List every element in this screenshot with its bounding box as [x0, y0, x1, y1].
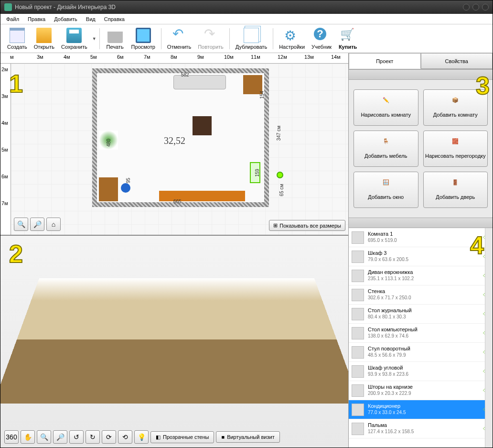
- settings-button[interactable]: Настройки: [276, 26, 308, 51]
- wall-unit-2d[interactable]: [159, 191, 245, 201]
- save-button[interactable]: Сохранить: [58, 26, 90, 51]
- home-button[interactable]: ⌂: [46, 218, 61, 231]
- menu-file[interactable]: Файл: [2, 15, 23, 23]
- list-item[interactable]: Стенка302.6 x 71.7 x 250.0👁: [349, 285, 493, 305]
- ruler-tick: 2м: [1, 66, 8, 72]
- add-door-button[interactable]: 🚪Добавить дверь: [423, 172, 488, 208]
- add-window-button[interactable]: 🪟Добавить окно: [354, 172, 418, 208]
- separator: [229, 28, 230, 49]
- object-list[interactable]: 4 Комната 1695.0 x 519.0👁Шкаф 379.0 x 63…: [349, 228, 493, 448]
- lower-button[interactable]: ⟲: [118, 430, 132, 444]
- door-icon: 🚪: [449, 179, 462, 193]
- raise-button[interactable]: ⟳: [102, 430, 116, 444]
- list-item[interactable]: Стул поворотный48.5 x 56.6 x 79.9👁: [349, 343, 493, 362]
- object-name: Кондиционер: [368, 403, 479, 410]
- right-panel: Проект Свойства 3 ✏️Нарисовать комнату 📦…: [348, 53, 493, 448]
- buy-button[interactable]: Купить: [335, 26, 360, 51]
- tilt-left-button[interactable]: ↺: [69, 430, 84, 444]
- new-button[interactable]: Создать: [4, 26, 30, 51]
- cart-icon: [340, 28, 355, 43]
- close-button[interactable]: [482, 4, 489, 11]
- dimension-label: 480: [106, 139, 111, 147]
- open-button[interactable]: Открыть: [31, 26, 57, 51]
- dimension-label: 154: [259, 91, 265, 99]
- save-dropdown-icon[interactable]: ▼: [92, 36, 96, 41]
- object-dimensions: 127.4 x 116.2 x 158.5: [368, 429, 479, 435]
- zoom-in-button[interactable]: 🔎: [30, 218, 44, 231]
- zone-label-1: 1: [9, 69, 23, 98]
- virtual-tour-button[interactable]: ■ Виртуальный визит: [216, 431, 279, 443]
- object-name: Диван еврокнижка: [368, 269, 479, 276]
- chair-2d[interactable]: [121, 183, 130, 193]
- object-thumb-icon: [352, 327, 364, 339]
- zoom-out-button[interactable]: 🔍: [14, 218, 28, 231]
- ruler-tick: 5м: [1, 147, 8, 153]
- list-item[interactable]: Пальма127.4 x 116.2 x 158.5👁: [349, 419, 493, 438]
- zoom-out-3d-button[interactable]: 🔍: [37, 430, 51, 444]
- redo-icon: [203, 28, 218, 43]
- list-item[interactable]: Диван еврокнижка235.1 x 113.1 x 102.2👁: [349, 266, 493, 285]
- object-name: Шторы на карнизе: [368, 384, 479, 391]
- dimension-label: 347 см: [276, 126, 281, 141]
- list-item[interactable]: Шторы на карнизе200.9 x 20.3 x 222.9👁: [349, 381, 493, 400]
- object-thumb-icon: [352, 404, 364, 416]
- object-thumb-icon: [352, 289, 364, 301]
- selection-handle[interactable]: [277, 172, 283, 178]
- add-box-icon: 📦: [449, 97, 462, 110]
- lighting-button[interactable]: 💡: [134, 430, 149, 444]
- list-item[interactable]: Кондиционер77.0 x 33.0 x 24.5👁: [349, 400, 493, 419]
- ruler-tick: 11м: [251, 54, 260, 60]
- list-item[interactable]: Стол компьютерный138.0 x 62.9 x 74.6👁: [349, 324, 493, 343]
- tab-project[interactable]: Проект: [349, 53, 421, 69]
- tab-properties[interactable]: Свойства: [421, 53, 493, 69]
- object-name: Комната 1: [368, 231, 479, 238]
- list-item[interactable]: Стол журнальный80.4 x 80.1 x 30.3👁: [349, 305, 493, 324]
- plan-view-2d[interactable]: 1 2м3м4м5м6м7м 32,52 582: [0, 64, 348, 236]
- dimension-label: 95: [126, 178, 131, 183]
- show-dimensions-toggle[interactable]: ⊞ Показывать все размеры: [269, 220, 345, 231]
- draw-room-button[interactable]: ✏️Нарисовать комнату: [354, 89, 418, 126]
- menu-add[interactable]: Добавить: [50, 15, 81, 23]
- draw-partition-button[interactable]: 🧱Нарисовать перегородку: [423, 131, 488, 167]
- pan-button[interactable]: ✋: [21, 430, 35, 444]
- duplicate-button[interactable]: Дублировать: [233, 26, 270, 51]
- object-dimensions: 695.0 x 519.0: [368, 238, 479, 244]
- object-name: Стул поворотный: [368, 346, 479, 352]
- monitor-icon: [136, 28, 151, 43]
- list-item[interactable]: Шкаф угловой93.9 x 93.8 x 223.6👁: [349, 362, 493, 381]
- rotate-360-button[interactable]: 360: [4, 430, 19, 444]
- walls-icon: ◧: [156, 434, 161, 440]
- dimensions-icon: ⊞: [273, 222, 278, 229]
- menu-edit[interactable]: Правка: [24, 15, 49, 23]
- view-3d[interactable]: 2 360 ✋ 🔍 🔎 ↺ ↻ ⟳ ⟲ 💡 ◧ Прозрачные стены: [0, 236, 348, 448]
- maximize-button[interactable]: [472, 4, 479, 11]
- zone-label-2: 2: [9, 240, 23, 268]
- zoom-in-3d-button[interactable]: 🔎: [53, 430, 67, 444]
- menu-help[interactable]: Справка: [100, 15, 129, 23]
- coffee-table-2d[interactable]: [193, 116, 212, 135]
- menu-view[interactable]: Вид: [82, 15, 99, 23]
- scene-3d[interactable]: [0, 278, 348, 404]
- desk2-2d[interactable]: [99, 177, 118, 201]
- ruler-tick: м: [10, 54, 14, 60]
- separator: [273, 28, 273, 49]
- project-section-header: [349, 69, 493, 80]
- print-button[interactable]: Печать: [103, 26, 128, 51]
- transparent-walls-toggle[interactable]: ◧ Прозрачные стены: [150, 431, 214, 443]
- ruler-tick: 3м: [1, 93, 8, 99]
- room-outline[interactable]: 32,52 582 347 см 154 480: [92, 68, 269, 207]
- scrollbar[interactable]: [485, 228, 493, 448]
- floorplan-canvas[interactable]: 32,52 582 347 см 154 480: [11, 64, 348, 235]
- tilt-right-button[interactable]: ↻: [86, 430, 100, 444]
- object-dimensions: 235.1 x 113.1 x 102.2: [368, 276, 479, 282]
- room-area-label: 32,52: [164, 135, 185, 146]
- undo-button[interactable]: Отменить: [164, 26, 194, 51]
- right-tabs: Проект Свойства: [349, 53, 493, 69]
- add-furniture-button[interactable]: 🪑Добавить мебель: [354, 131, 418, 167]
- object-dimensions: 79.0 x 63.6 x 200.5: [368, 257, 479, 263]
- redo-button[interactable]: Повторить: [195, 26, 226, 51]
- app-icon: [4, 3, 12, 11]
- tutorial-button[interactable]: Учебник: [309, 26, 334, 51]
- minimize-button[interactable]: [463, 4, 470, 11]
- preview-button[interactable]: Просмотр: [129, 26, 158, 51]
